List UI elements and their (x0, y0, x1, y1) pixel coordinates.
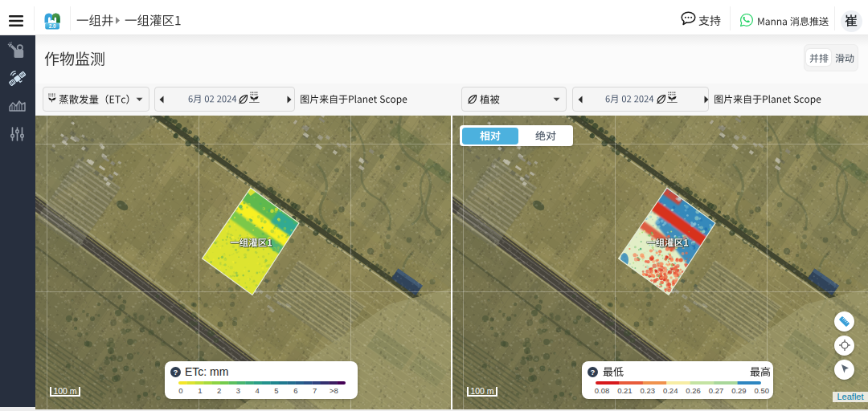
svg-text:?: ? (591, 368, 596, 376)
svg-text:2.0: 2.0 (49, 23, 56, 29)
svg-text:?: ? (174, 368, 178, 376)
